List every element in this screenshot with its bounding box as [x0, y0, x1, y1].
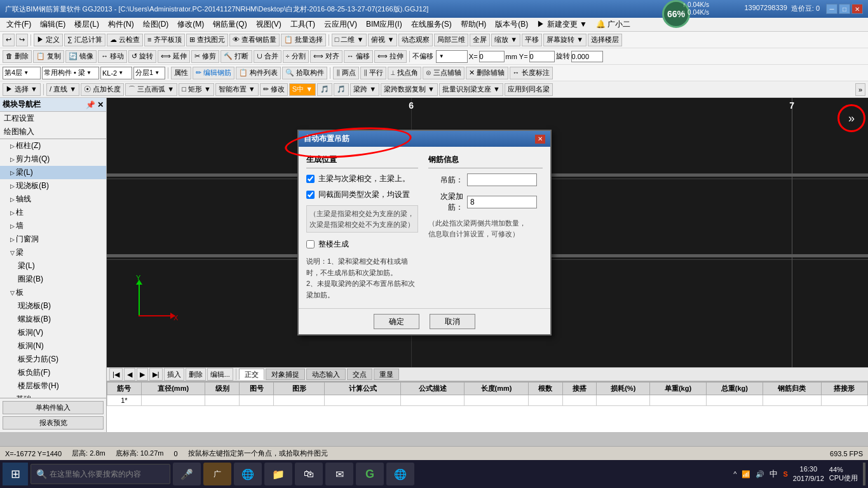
nav-pin[interactable]: 📌 ✕ [86, 100, 104, 109]
taskbar-browser[interactable]: 🌐 [386, 463, 414, 485]
nav-item-slab[interactable]: ▷ 现浇板(B) [0, 179, 106, 193]
nav-item-project-settings[interactable]: 工程设置 [0, 112, 106, 125]
taskbar-store[interactable]: 🛍 [295, 463, 323, 485]
tab-redraw[interactable]: 重显 [374, 369, 399, 380]
tb-edit-rebar[interactable]: ✏ 编辑钢筋 [193, 67, 234, 79]
dialog-checkbox3[interactable] [306, 240, 315, 248]
tb-select[interactable]: ▶ 选择 ▼ [3, 83, 41, 96]
nav-item-beam-group[interactable]: ▽ 梁 [0, 246, 106, 259]
canvas-area[interactable]: 6 7 Y X [107, 98, 868, 367]
menu-view[interactable]: 视图(V) [252, 18, 285, 31]
menu-rebar-qty[interactable]: 钢筋量(Q) [209, 18, 250, 31]
tb-pick-component[interactable]: 🔍 拾取构件 [282, 67, 327, 79]
nav-item-beam-l[interactable]: 梁(L) [0, 259, 106, 273]
dialog-cancel-button[interactable]: 取消 [430, 314, 475, 329]
nav-item-axis[interactable]: ▷ 轴线 [0, 193, 106, 206]
tb-offset[interactable]: ↔ 偏移 [344, 50, 373, 63]
tb-top-view[interactable]: 俯视 ▼ [368, 34, 397, 46]
tray-lang[interactable]: 中 [770, 468, 778, 480]
table-row[interactable]: 1* [107, 395, 868, 406]
taskbar-ggj[interactable]: 广 [203, 463, 231, 485]
nav-next[interactable]: ▶ [137, 368, 148, 381]
tab-intersection[interactable]: 交点 [347, 369, 372, 380]
tb-s-center[interactable]: S中 ▼ [289, 83, 316, 96]
tb-align-top[interactable]: ≡ 齐平板顶 [144, 34, 184, 46]
menu-tools[interactable]: 工具(T) [287, 18, 319, 31]
tb-rect[interactable]: □ 矩形 ▼ [179, 83, 214, 96]
nav-item-beam[interactable]: ▷ 梁(L) [0, 166, 106, 179]
component-type-combo[interactable]: 常用构件 • 梁▼ [42, 67, 99, 79]
nav-item-shear-wall[interactable]: ▷ 剪力墙(Q) [0, 152, 106, 166]
nav-item-board-group[interactable]: ▽ 板 [0, 286, 106, 299]
tb-beam-span[interactable]: 梁跨 ▼ [350, 83, 379, 96]
show-desktop[interactable] [863, 463, 865, 485]
tb-view-rebar[interactable]: 👁 查看钢筋量 [229, 34, 280, 46]
tb-two-point[interactable]: ∥ 两点 [333, 67, 359, 79]
tb-batch-identify[interactable]: 批量识别梁支座 ▼ [439, 83, 503, 96]
menu-brand[interactable]: 🔔 广小二 [592, 18, 634, 31]
nav-item-slab-neg-f[interactable]: 板负筋(F) [0, 366, 106, 379]
tb-break[interactable]: 🔨 打断 [220, 50, 252, 63]
search-box[interactable]: 🔍 在这里输入你要搜索的内容 [31, 464, 170, 484]
nav-item-col[interactable]: ▷ 柱 [0, 206, 106, 219]
tb-audio1[interactable]: 🎵 [317, 83, 332, 96]
tb-properties[interactable]: 属性 [171, 67, 191, 79]
tb-2d[interactable]: □ 二维 ▼ [332, 34, 367, 46]
tb-offset-combo[interactable]: ▼ [436, 50, 468, 63]
tb-find-elem[interactable]: ⊞ 查找图元 [186, 34, 228, 46]
btn-edit[interactable]: 编辑... [207, 368, 233, 381]
close-button[interactable]: ✕ [851, 4, 863, 14]
nav-item-floor-band[interactable]: 楼层板带(H) [0, 379, 106, 393]
tb-local-3d[interactable]: 局部三维 [434, 34, 468, 46]
taskbar-edge[interactable]: 🌐 [234, 463, 262, 485]
menu-online[interactable]: 在线服务(S) [407, 18, 456, 31]
tb-component-list[interactable]: 📋 构件列表 [236, 67, 281, 79]
nav-prev[interactable]: ◀ [124, 368, 135, 381]
menu-draw[interactable]: 绘图(D) [139, 18, 173, 31]
nav-item-cast-slab[interactable]: 现浇板(B) [0, 299, 106, 313]
tb-zoom[interactable]: 缩放 ▼ [491, 34, 520, 46]
menu-modify[interactable]: 修改(M) [173, 18, 208, 31]
tb-three-point-axis[interactable]: ⊙ 三点辅轴 [423, 67, 465, 79]
tb-cloud-check[interactable]: ☁ 云检查 [107, 34, 143, 46]
floor-level-combo[interactable]: 分层1▼ [133, 67, 165, 79]
tb-trim[interactable]: ✂ 修剪 [191, 50, 219, 63]
dialog-close-button[interactable]: ✕ [535, 135, 545, 144]
nav-item-slab-hole-n[interactable]: 板洞(N) [0, 339, 106, 353]
dialog-hanger-input[interactable] [467, 173, 537, 186]
nav-first[interactable]: |◀ [109, 368, 123, 381]
tb-delete[interactable]: 🗑 删除 [3, 50, 32, 63]
component-name-combo[interactable]: KL-2▼ [100, 67, 132, 79]
tb-extend[interactable]: ⟺ 延伸 [158, 50, 190, 63]
menu-edit[interactable]: 编辑(E) [36, 18, 69, 31]
taskbar-explorer[interactable]: 📁 [264, 463, 292, 485]
dialog-sub-beam-input[interactable] [467, 196, 537, 208]
nav-item-door-window[interactable]: ▷ 门窗洞 [0, 233, 106, 246]
tb-split[interactable]: ÷ 分割 [283, 50, 309, 63]
tb-rotate[interactable]: ↺ 旋转 [128, 50, 156, 63]
dialog-ok-button[interactable]: 确定 [374, 314, 419, 329]
tb-length-mark[interactable]: ↔ 长度标注 [510, 67, 553, 79]
tab-object-snap[interactable]: 对象捕捉 [266, 369, 305, 380]
taskbar-cortana[interactable]: 🎤 [173, 463, 201, 485]
tb-move[interactable]: ↔ 移动 [98, 50, 127, 63]
tb-smart-layout[interactable]: 智能布置 ▼ [215, 83, 259, 96]
tb-modify-s[interactable]: ✏ 修改 [260, 83, 288, 96]
nav-item-frame-col[interactable]: ▷ 框柱(Z) [0, 139, 106, 152]
nav-item-wall[interactable]: ▷ 墙 [0, 219, 106, 233]
tb-apply-same-name[interactable]: 应用到同名梁 [505, 83, 553, 96]
minimize-button[interactable]: ─ [826, 4, 837, 14]
tray-ime[interactable]: S [783, 470, 787, 478]
tb-dynamic-view[interactable]: 动态观察 [398, 34, 433, 46]
tb-x-input[interactable] [479, 51, 505, 62]
clock[interactable]: 16:30 2017/9/12 [793, 464, 824, 484]
tab-dynamic-input[interactable]: 动态输入 [306, 369, 346, 380]
menu-cloud[interactable]: 云应用(V) [320, 18, 361, 31]
tb-align[interactable]: ⟺ 对齐 [310, 50, 342, 63]
nav-item-foundation-group[interactable]: ▽ 基础 [0, 393, 106, 398]
nav-last[interactable]: ▶| [149, 368, 163, 381]
nav-item-ring-beam[interactable]: 圈梁(B) [0, 273, 106, 286]
tb-merge[interactable]: ∪ 合并 [254, 50, 281, 63]
menu-version[interactable]: 版本号(B) [491, 18, 532, 31]
tb-parallel[interactable]: ∥ 平行 [360, 67, 386, 79]
